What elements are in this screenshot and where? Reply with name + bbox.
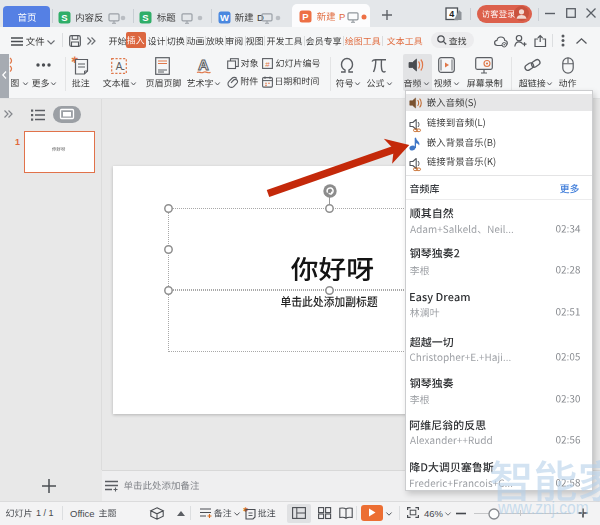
svg-text:A: A bbox=[116, 60, 123, 71]
svg-text:#: # bbox=[265, 60, 270, 69]
svg-text:S: S bbox=[61, 11, 67, 22]
svg-text:4: 4 bbox=[449, 9, 454, 19]
svg-text:P: P bbox=[302, 10, 309, 21]
svg-text:W: W bbox=[220, 11, 229, 22]
svg-text:S: S bbox=[142, 11, 148, 22]
svg-text:A: A bbox=[198, 56, 209, 73]
